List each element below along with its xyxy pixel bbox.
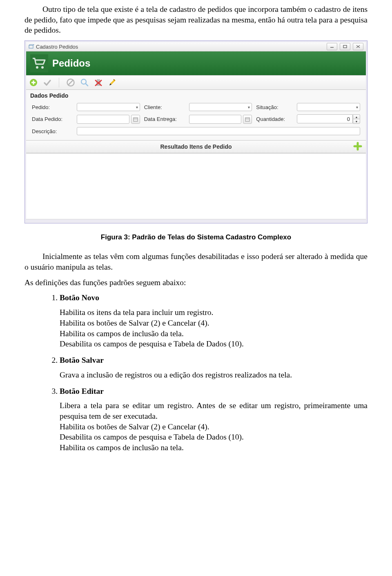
figure-caption: Figura 3: Padrão de Telas do Sistema Cad… — [24, 233, 368, 241]
window-close-button[interactable] — [353, 43, 363, 50]
label-situacao: Situação: — [256, 104, 293, 110]
calendar-icon[interactable] — [131, 115, 140, 124]
svg-point-6 — [41, 66, 44, 69]
titlebar: Cadastro Pedidos — [26, 42, 366, 51]
data-pedido-field[interactable] — [77, 115, 140, 124]
save-button[interactable] — [42, 78, 52, 87]
svg-rect-2 — [343, 45, 347, 48]
label-data-pedido: Data Pedido: — [32, 116, 73, 122]
quantidade-spinner[interactable]: 0▲▼ — [297, 114, 360, 124]
cliente-combo[interactable]: ▾ — [189, 103, 252, 111]
label-pedido: Pedido: — [32, 104, 73, 110]
svg-line-11 — [68, 80, 73, 85]
svg-rect-0 — [29, 45, 33, 48]
cancel-button[interactable] — [66, 78, 76, 87]
delete-button[interactable] — [94, 78, 103, 87]
situacao-combo[interactable]: ▾ — [297, 103, 360, 111]
window-title: Cadastro Pedidos — [36, 44, 78, 50]
list-item: Botão SalvarGrava a inclusão de registro… — [60, 355, 368, 380]
add-item-button[interactable] — [353, 141, 363, 151]
results-table[interactable] — [26, 153, 366, 219]
banner: Pedidos — [26, 51, 366, 75]
window-maximize-button[interactable] — [340, 43, 350, 50]
section-title: Dados Pedido — [26, 90, 366, 101]
search-button[interactable] — [80, 78, 89, 87]
edit-button[interactable] — [107, 78, 117, 87]
intro-paragraph: Outro tipo de tela que existe é a tela d… — [24, 4, 368, 36]
svg-rect-14 — [97, 79, 100, 80]
list-item: Botão EditarLibera a tela para se editar… — [60, 386, 368, 453]
svg-rect-19 — [245, 118, 249, 121]
data-entrega-field[interactable] — [189, 115, 252, 124]
window-icon — [29, 44, 34, 49]
banner-title: Pedidos — [52, 58, 90, 69]
descricao-input[interactable] — [77, 127, 360, 135]
results-header: Resultado Itens de Pedido — [26, 140, 366, 153]
label-descricao: Descrição: — [32, 128, 73, 134]
paragraph-2: Inicialmente as telas vêm com algumas fu… — [24, 251, 368, 272]
svg-line-13 — [86, 84, 88, 86]
pedido-combo[interactable]: ▾ — [77, 103, 140, 111]
calendar-icon[interactable] — [243, 115, 252, 124]
toolbar-separator — [59, 78, 59, 87]
paragraph-3: As definições das funções padrões seguem… — [24, 277, 368, 288]
window-minimize-button[interactable] — [327, 43, 337, 50]
new-button[interactable] — [29, 78, 38, 87]
figure-window-frame: Cadastro Pedidos Pedidos — [24, 40, 368, 223]
label-cliente: Cliente: — [144, 104, 185, 110]
label-data-entrega: Data Entrega: — [144, 116, 185, 122]
svg-rect-17 — [134, 118, 138, 121]
cart-icon — [30, 54, 48, 72]
svg-point-5 — [36, 66, 38, 69]
list-item: Botão NovoHabilita os itens da tela para… — [60, 292, 368, 349]
functions-list: Botão NovoHabilita os itens da tela para… — [60, 292, 368, 453]
toolbar — [26, 75, 366, 90]
label-quantidade: Quantidade: — [256, 116, 293, 122]
app-window: Cadastro Pedidos Pedidos — [26, 42, 366, 219]
